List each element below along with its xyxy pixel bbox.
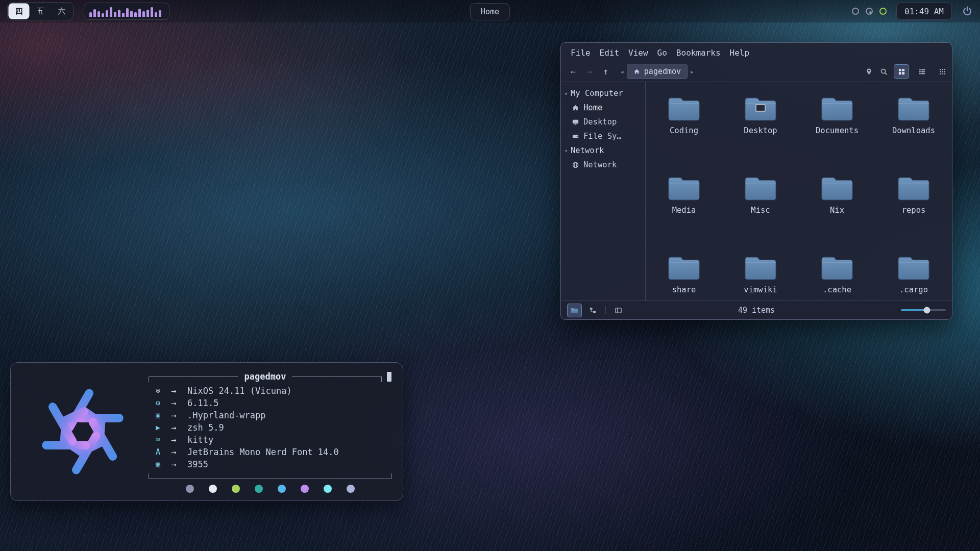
fetch-output: pagedmov ❄→NixOS 24.11 (Vicuna)⚙→6.11.5▣… [143, 370, 391, 493]
visualizer-bar [130, 11, 133, 17]
folder-media[interactable]: Media [646, 169, 722, 248]
toolbar-right [864, 64, 947, 79]
nixos-icon: ❄ [156, 386, 169, 395]
kernel-icon: ⚙ [156, 398, 169, 408]
visualizer-bar [155, 12, 157, 17]
folder-coding[interactable]: Coding [646, 89, 722, 169]
folder-misc[interactable]: Misc [722, 169, 799, 248]
arrow-icon: → [169, 386, 187, 396]
breadcrumb[interactable]: pagedmov [627, 64, 688, 79]
tree-view-button[interactable] [586, 304, 600, 317]
box-corner [149, 377, 153, 382]
show-folders-button[interactable] [567, 304, 582, 317]
box-line [292, 377, 377, 377]
sidebar-item-label: File Sy… [583, 132, 622, 141]
palette-dot [232, 485, 240, 493]
sidebar-item-desktop[interactable]: Desktop [561, 115, 645, 129]
drive-icon [572, 133, 579, 140]
terminal-icon: ⌨ [156, 435, 169, 444]
apps-grid-icon[interactable] [938, 67, 947, 76]
menu-item-help[interactable]: Help [725, 47, 754, 59]
sidebar-item-file-sy[interactable]: File Sy… [561, 129, 645, 143]
fetch-line: ▣→.Hyprland-wrapp [156, 409, 391, 421]
fetch-bottom-row [149, 472, 391, 479]
tray-circle-icon[interactable] [852, 8, 859, 15]
topbar-right: 01:49 AM [852, 3, 973, 20]
visualizer-bar [146, 10, 149, 17]
visualizer-bar [134, 12, 137, 17]
sidebar-item-home[interactable]: Home [561, 101, 645, 115]
file-grid: CodingDesktopDocumentsDownloadsMediaMisc… [646, 82, 952, 300]
tray-idle-icon[interactable] [866, 8, 873, 15]
folder-icon [897, 255, 930, 281]
folder-label: Desktop [744, 126, 777, 135]
workspace-button[interactable]: 五 [31, 4, 50, 18]
folder-documents[interactable]: Documents [799, 89, 875, 169]
sidebar-section-my-computer[interactable]: ▾My Computer [561, 86, 645, 101]
folder-desktop[interactable]: Desktop [722, 89, 799, 169]
folder-label: Coding [670, 126, 698, 135]
back-button[interactable]: ← [566, 65, 580, 78]
fetch-value: zsh 5.9 [187, 422, 224, 433]
fetch-value: 3955 [187, 459, 208, 469]
search-icon[interactable] [879, 67, 888, 76]
visualizer-bar [159, 10, 161, 17]
tray-status-icon[interactable] [879, 8, 887, 15]
palette-dot [347, 485, 355, 493]
menu-item-go[interactable]: Go [653, 47, 672, 59]
workspace-button[interactable]: 六 [52, 4, 71, 18]
folder-label: .cache [823, 285, 851, 294]
folder-label: Nix [830, 206, 844, 215]
breadcrumb-prev-icon[interactable]: ◂ [619, 68, 625, 76]
box-corner [377, 377, 382, 382]
folder-icon [820, 255, 854, 281]
font-icon: A [156, 447, 169, 457]
file-manager-body: ▾My ComputerHomeDesktopFile Sy…▾NetworkN… [561, 82, 952, 300]
zoom-slider-track[interactable] [901, 309, 946, 311]
forward-button[interactable]: → [582, 65, 596, 78]
zoom-slider-fill [901, 309, 927, 311]
arrow-icon: → [169, 398, 187, 408]
chevron-down-icon: ▾ [565, 148, 568, 154]
palette-dot [209, 485, 217, 493]
menu-item-bookmarks[interactable]: Bookmarks [672, 47, 725, 59]
fetch-line: ▦→3955 [156, 458, 391, 470]
visualizer-bar [97, 11, 100, 17]
list-view-button[interactable] [915, 65, 929, 78]
folder-icon [667, 255, 701, 281]
folder-label: vimwiki [744, 285, 777, 294]
folder-label: Media [672, 206, 696, 215]
visualizer-bar [142, 11, 145, 17]
sidebar-section-network[interactable]: ▾Network [561, 143, 645, 158]
menu-item-file[interactable]: File [566, 47, 595, 59]
up-button[interactable]: ↑ [599, 65, 612, 78]
arrow-icon: → [169, 435, 187, 445]
icon-view-button[interactable] [894, 64, 909, 79]
chevron-down-icon: ▾ [565, 91, 568, 96]
sidebar: ▾My ComputerHomeDesktopFile Sy…▾NetworkN… [561, 82, 646, 300]
power-icon[interactable] [962, 6, 973, 17]
menu-item-view[interactable]: View [624, 47, 653, 59]
breadcrumb-bar: ◂ pagedmov ▸ [619, 64, 695, 79]
zoom-slider-handle[interactable] [924, 307, 930, 314]
side-pane-toggle-button[interactable] [611, 304, 625, 317]
zoom-slider[interactable] [901, 301, 946, 319]
folder-icon [897, 175, 930, 202]
sidebar-item-label: Network [583, 160, 617, 169]
folder-downloads[interactable]: Downloads [875, 89, 952, 169]
shell-icon: ▶ [156, 423, 169, 432]
sidebar-item-network[interactable]: Network [561, 158, 645, 172]
workspace-button[interactable]: 四 [9, 4, 29, 18]
menu-item-edit[interactable]: Edit [595, 47, 624, 59]
folder-repos[interactable]: repos [875, 169, 952, 248]
breadcrumb-next-icon[interactable]: ▸ [689, 68, 695, 76]
palette-dot [255, 485, 263, 493]
location-pin-icon[interactable] [864, 67, 873, 76]
folder-label: Downloads [892, 126, 935, 135]
palette-dot [301, 485, 309, 493]
folder-label: share [672, 285, 696, 294]
folder-icon [667, 95, 701, 122]
folder-icon [897, 95, 930, 122]
home-icon [572, 104, 579, 112]
folder-nix[interactable]: Nix [799, 169, 875, 248]
